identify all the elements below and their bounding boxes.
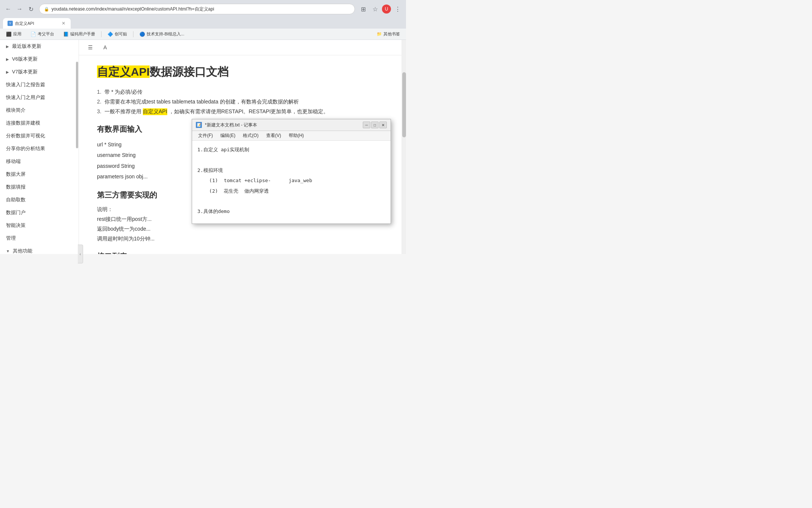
sidebar-item-dataform[interactable]: 数据填报 bbox=[0, 181, 79, 193]
notepad-maximize-button[interactable]: □ bbox=[371, 122, 379, 128]
sidebar-item-selfservice[interactable]: 自助取数 bbox=[0, 193, 79, 206]
notepad-line-3: (1) tomcat +eclipse- java_web bbox=[197, 176, 385, 185]
arrow-icon: ▶ bbox=[6, 57, 9, 61]
intro-item-1: 1. 带 * 为必填/必传 bbox=[97, 89, 384, 96]
sidebar-item-label: V7版本更新 bbox=[12, 68, 38, 75]
sidebar-item-connect-data[interactable]: 连接数据并建模 bbox=[0, 117, 79, 129]
sidebar-item-analyze[interactable]: 分析数据并可视化 bbox=[0, 129, 79, 142]
bookmark-tech-label: 技术支持-BI组总入... bbox=[147, 31, 184, 37]
sidebar-item-management[interactable]: 管理 bbox=[0, 232, 79, 245]
sidebar-item-label: 其他功能 bbox=[13, 248, 32, 254]
sidebar-item-label: 数据填报 bbox=[6, 184, 26, 190]
bookmark-kaofu[interactable]: 📄 考父平台 bbox=[27, 30, 57, 38]
sidebar-item-label: 分析数据并可视化 bbox=[6, 132, 45, 139]
bookmarks-bar: ⬛ 应用 📄 考父平台 📘 猛犸用户手册 🔷 创可贴 🔵 技术支持-BI组总入.… bbox=[0, 29, 406, 40]
notepad-line-1: 1.自定义 api实现机制 bbox=[197, 145, 385, 154]
title-normal: 数据源接口文档 bbox=[150, 65, 229, 78]
arrow-icon: ▶ bbox=[6, 70, 9, 74]
intro-item-3: 3. 一般不推荐使用自定义API，如确实有需求请使用RESTAPI。RESTAP… bbox=[97, 108, 384, 115]
bookmark-tech[interactable]: 🔵 技术支持-BI组总入... bbox=[136, 30, 187, 38]
bookmarks-separator2 bbox=[133, 31, 133, 37]
sidebar-item-label: 连接数据并建模 bbox=[6, 120, 40, 126]
bookmark-apps-label: 应用 bbox=[13, 31, 21, 37]
address-bar[interactable]: 🔒 youdata.netease.com/index/manual/n/exc… bbox=[39, 4, 355, 14]
notepad-line-blank1 bbox=[197, 155, 385, 164]
bookmarks-other[interactable]: 📁 其他书签 bbox=[374, 30, 403, 38]
sidebar-item-v7[interactable]: ▶ V7版本更新 bbox=[0, 65, 79, 78]
folder-icon: 📁 bbox=[377, 32, 382, 37]
notepad-menubar: 文件(F) 编辑(E) 格式(O) 查看(V) 帮助(H) bbox=[192, 131, 391, 141]
bookmark-apps[interactable]: ⬛ 应用 bbox=[3, 30, 24, 38]
intro-text: 你需要在本地完成test tables tablemeta tabledata … bbox=[105, 99, 299, 105]
profile-button[interactable]: U bbox=[382, 5, 391, 14]
intro-text-after: ，如确实有需求请使用RESTAPI。RESTAPI更加简单，也更加稳定。 bbox=[169, 108, 329, 115]
sidebar-item-datascreen[interactable]: 数据大屏 bbox=[0, 168, 79, 181]
sidebar-collapse-button[interactable]: ‹ bbox=[78, 245, 83, 254]
sidebar-item-label: 智能决策 bbox=[6, 222, 26, 229]
bookmark-manual[interactable]: 📘 猛犸用户手册 bbox=[60, 30, 98, 38]
reload-button[interactable]: ↻ bbox=[26, 4, 36, 14]
notepad-title-text: *新建文本文档.txt - 记事本 bbox=[205, 122, 360, 128]
notepad-icon: 📝 bbox=[196, 122, 202, 128]
sidebar-item-quickstart-user[interactable]: 快速入门之用户篇 bbox=[0, 91, 79, 104]
list-num: 1. bbox=[97, 89, 103, 96]
sidebar-item-label: 管理 bbox=[6, 235, 16, 242]
sidebar-item-v6[interactable]: ▶ V6版本更新 bbox=[0, 53, 79, 65]
notepad-menu-edit[interactable]: 编辑(E) bbox=[217, 132, 238, 140]
notepad-win-buttons: ─ □ ✕ bbox=[363, 122, 387, 128]
browser-chrome: ← → ↻ 🔒 youdata.netease.com/index/manual… bbox=[0, 0, 406, 29]
browser-top-bar: ← → ↻ 🔒 youdata.netease.com/index/manual… bbox=[3, 2, 403, 16]
bookmark-chuangketie-label: 创可贴 bbox=[115, 31, 127, 37]
sidebar-item-module-intro[interactable]: 模块简介 bbox=[0, 104, 79, 117]
notepad-line-5: 3.具体的demo bbox=[197, 207, 385, 216]
forward-button[interactable]: → bbox=[14, 4, 25, 14]
page-title: 自定义API数据源接口文档 bbox=[97, 64, 384, 80]
main-layout: ▶ 最近版本更新 ▶ V6版本更新 ▶ V7版本更新 快速入门之报告篇 快速入门… bbox=[0, 40, 406, 254]
back-button[interactable]: ← bbox=[3, 4, 14, 14]
sidebar-item-recent-updates[interactable]: ▶ 最近版本更新 bbox=[0, 40, 79, 53]
bookmark-chuangketie[interactable]: 🔷 创可贴 bbox=[105, 30, 130, 38]
sidebar-item-quickstart-report[interactable]: 快速入门之报告篇 bbox=[0, 78, 79, 91]
bookmark-button[interactable]: ☆ bbox=[370, 4, 380, 14]
right-scrollbar[interactable] bbox=[401, 40, 406, 254]
sidebar: ▶ 最近版本更新 ▶ V6版本更新 ▶ V7版本更新 快速入门之报告篇 快速入门… bbox=[0, 40, 79, 254]
sidebar-item-label: 数据门户 bbox=[6, 209, 26, 216]
inline-highlight: 自定义API bbox=[143, 108, 167, 115]
intro-text-before: 一般不推荐使用 bbox=[105, 108, 141, 115]
list-num: 2. bbox=[97, 99, 103, 105]
active-tab[interactable]: Y 自定义API ✕ bbox=[3, 18, 71, 29]
chuangketie-icon: 🔷 bbox=[108, 32, 113, 37]
note-body: 返回body统一为code... bbox=[97, 226, 384, 233]
sidebar-item-share[interactable]: 分享你的分析结果 bbox=[0, 142, 79, 155]
tab-bar: Y 自定义API ✕ bbox=[3, 17, 403, 29]
bookmarks-other-label: 其他书签 bbox=[383, 31, 400, 37]
notepad-titlebar: 📝 *新建文本文档.txt - 记事本 ─ □ ✕ bbox=[192, 119, 391, 131]
sidebar-scroll-thumb bbox=[76, 62, 78, 148]
sidebar-item-dataportal[interactable]: 数据门户 bbox=[0, 206, 79, 219]
notepad-menu-help[interactable]: 帮助(H) bbox=[286, 132, 307, 140]
notepad-minimize-button[interactable]: ─ bbox=[363, 122, 370, 128]
tab-close-button[interactable]: ✕ bbox=[61, 20, 66, 27]
notepad-menu-format[interactable]: 格式(O) bbox=[240, 132, 261, 140]
sidebar-item-label: 数据大屏 bbox=[6, 171, 26, 178]
notepad-menu-view[interactable]: 查看(V) bbox=[263, 132, 284, 140]
sidebar-item-label: 最近版本更新 bbox=[12, 43, 41, 50]
sidebar-item-label: 分享你的分析结果 bbox=[6, 145, 45, 152]
sidebar-item-mobile[interactable]: 移动端 bbox=[0, 155, 79, 168]
extensions-button[interactable]: ⊞ bbox=[358, 4, 368, 14]
tech-icon: 🔵 bbox=[139, 32, 145, 37]
sidebar-item-smart-decision[interactable]: 智能决策 bbox=[0, 219, 79, 232]
arrow-icon: ▶ bbox=[6, 44, 9, 49]
notepad-menu-file[interactable]: 文件(F) bbox=[195, 132, 216, 140]
font-size-button[interactable]: A bbox=[100, 43, 110, 52]
kaofu-icon: 📄 bbox=[30, 32, 36, 37]
intro-list: 1. 带 * 为必填/必传 2. 你需要在本地完成test tables tab… bbox=[97, 89, 384, 115]
nav-buttons: ← → ↻ bbox=[3, 4, 36, 14]
more-button[interactable]: ⋮ bbox=[392, 4, 403, 14]
sidebar-item-other-functions[interactable]: ▼ 其他功能 bbox=[0, 245, 79, 254]
arrow-icon: ▼ bbox=[6, 249, 10, 253]
notepad-close-button[interactable]: ✕ bbox=[379, 122, 387, 128]
notepad-content[interactable]: 1.自定义 api实现机制 2.模拟环境 (1) tomcat +eclipse… bbox=[192, 141, 391, 224]
content-area: ☰ A 自定义API数据源接口文档 1. 带 * 为必填/必传 2. 你需要在本… bbox=[79, 40, 406, 254]
hamburger-button[interactable]: ☰ bbox=[85, 43, 96, 52]
